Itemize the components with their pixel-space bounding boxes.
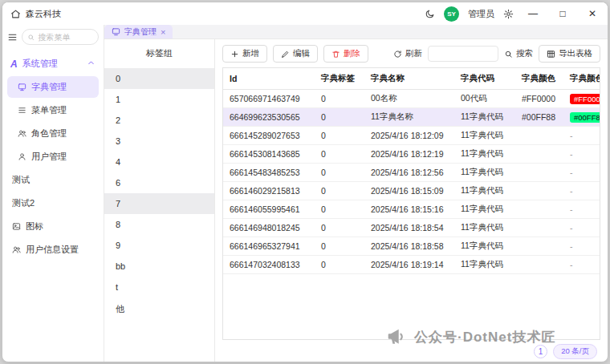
table-row[interactable]: 66614548348525302025/4/16 18:12:5611字典代码… bbox=[223, 164, 600, 182]
page-number[interactable]: 1 bbox=[534, 345, 547, 358]
app-logo-icon bbox=[10, 9, 21, 19]
tag-item[interactable]: bb bbox=[104, 256, 214, 277]
export-table-icon bbox=[547, 50, 555, 59]
table-cell: 00名称 bbox=[364, 90, 454, 108]
table-cell: 11字典代码 bbox=[454, 145, 515, 164]
tag-item[interactable]: 3 bbox=[104, 131, 214, 152]
table-cell: 664699623530565 bbox=[223, 108, 315, 127]
table-row[interactable]: 66614703240813302025/4/16 18:19:1411字典代码… bbox=[223, 256, 600, 274]
user-name: 管理员 bbox=[468, 8, 494, 20]
plus-icon bbox=[230, 50, 239, 59]
table-cell: 11字典代码 bbox=[454, 108, 515, 127]
table-cell: 0 bbox=[315, 237, 364, 256]
sidebar-item-dictionary[interactable]: 字典管理 bbox=[7, 76, 99, 98]
title-bar: 森云科技 SY 管理员 — □ ✕ bbox=[2, 2, 608, 25]
table-cell bbox=[515, 219, 563, 237]
sidebar-item-label: 菜单管理 bbox=[31, 104, 67, 116]
sidebar-search[interactable] bbox=[22, 29, 99, 45]
column-header-name[interactable]: 字典名称 bbox=[364, 68, 454, 90]
table-cell: 666147032408133 bbox=[223, 256, 315, 274]
sidebar-item-icons[interactable]: 图标 bbox=[7, 216, 99, 237]
table-cell: 11字典代码 bbox=[454, 237, 515, 256]
table-cell bbox=[515, 200, 563, 219]
color-badge-cell: - bbox=[563, 145, 600, 164]
edit-button[interactable]: 编辑 bbox=[273, 45, 318, 63]
chevron-up-icon[interactable] bbox=[87, 59, 96, 69]
tab-close-icon[interactable]: × bbox=[161, 27, 165, 37]
column-header-color[interactable]: 字典颜色 bbox=[515, 68, 563, 90]
dictionary-table: Id 字典标签 字典名称 字典代码 字典颜色 字典颜色 657066971463… bbox=[222, 67, 600, 340]
refresh-button[interactable]: 刷新 bbox=[393, 48, 422, 59]
tab-strip: 字典管理 × bbox=[104, 25, 608, 39]
sidebar-group-system[interactable]: A 系统管理 bbox=[7, 53, 99, 75]
column-header-code[interactable]: 字典代码 bbox=[454, 68, 515, 90]
sidebar-item-menu[interactable]: 菜单管理 bbox=[7, 99, 99, 121]
close-button[interactable]: ✕ bbox=[582, 5, 603, 22]
table-header-row: Id 字典标签 字典名称 字典代码 字典颜色 字典颜色 bbox=[223, 68, 600, 90]
tag-item[interactable]: 4 bbox=[104, 152, 214, 172]
table-cell: 11字典代码 bbox=[454, 219, 515, 237]
tag-item[interactable]: 他 bbox=[104, 297, 214, 321]
table-cell bbox=[515, 164, 563, 182]
tag-item[interactable]: 6 bbox=[104, 172, 214, 193]
table-search-input[interactable] bbox=[428, 46, 498, 62]
color-badge: #00FF88 bbox=[570, 112, 600, 123]
column-header-color-badge[interactable]: 字典颜色 bbox=[563, 68, 600, 90]
maximize-button[interactable]: □ bbox=[552, 5, 573, 22]
table-cell: 0 bbox=[315, 200, 364, 219]
sidebar-item-test2[interactable]: 测试2 bbox=[7, 192, 99, 214]
toolbar: 新增 编辑 删除 刷新 bbox=[222, 44, 600, 63]
tag-item[interactable]: t bbox=[104, 277, 214, 297]
table-cell: 11字典名称 bbox=[364, 108, 454, 127]
tag-item[interactable]: 2 bbox=[104, 110, 214, 131]
table-cell: 657066971463749 bbox=[223, 90, 315, 108]
color-badge-cell: - bbox=[563, 164, 600, 182]
search-button[interactable]: 搜索 bbox=[504, 48, 533, 59]
tag-item[interactable]: 1 bbox=[104, 89, 214, 110]
table-row[interactable]: 66614602921581302025/4/16 18:15:0911字典代码… bbox=[223, 182, 600, 200]
sidebar-item-label: 用户信息设置 bbox=[26, 244, 79, 256]
users-settings-icon bbox=[12, 245, 21, 254]
sidebar-item-label: 字典管理 bbox=[31, 81, 67, 93]
table-row[interactable]: 66614694801824502025/4/16 18:18:5411字典代码… bbox=[223, 219, 600, 237]
tag-item[interactable]: 9 bbox=[104, 235, 214, 256]
column-header-tag[interactable]: 字典标签 bbox=[315, 68, 364, 90]
column-header-id[interactable]: Id bbox=[223, 68, 315, 90]
export-button[interactable]: 导出表格 bbox=[539, 45, 600, 63]
tag-item[interactable]: 0 bbox=[104, 68, 214, 89]
color-badge: #FF0000 bbox=[570, 94, 600, 104]
tag-item[interactable]: 7 bbox=[104, 193, 214, 214]
table-cell: 0 bbox=[315, 127, 364, 145]
sidebar-search-input[interactable] bbox=[38, 33, 93, 42]
table-row[interactable]: 664699623530565011字典名称11字典代码#00FF88#00FF… bbox=[223, 108, 600, 127]
table-row[interactable]: 66614605599546102025/4/16 18:15:1611字典代码… bbox=[223, 200, 600, 219]
table-cell bbox=[515, 256, 563, 274]
delete-button[interactable]: 删除 bbox=[323, 45, 368, 63]
letter-a-icon: A bbox=[10, 59, 18, 70]
sidebar-item-users[interactable]: 用户管理 bbox=[7, 146, 99, 168]
sidebar-item-test[interactable]: 测试 bbox=[7, 169, 99, 191]
tab-dictionary[interactable]: 字典管理 × bbox=[104, 25, 173, 38]
theme-toggle-icon[interactable] bbox=[425, 9, 435, 19]
minimize-button[interactable]: — bbox=[523, 5, 543, 22]
table-row[interactable]: 66614530814368502025/4/16 18:12:1911字典代码… bbox=[223, 145, 600, 164]
table-cell: 0 bbox=[315, 182, 364, 200]
gear-icon[interactable] bbox=[503, 9, 514, 19]
sidebar-item-user-info[interactable]: 用户信息设置 bbox=[7, 239, 99, 261]
table-cell: #00FF88 bbox=[515, 108, 563, 127]
page-size-select[interactable]: 20 条/页 bbox=[553, 344, 597, 359]
hamburger-icon[interactable] bbox=[7, 32, 18, 42]
table-cell: 666146029215813 bbox=[223, 182, 315, 200]
add-button[interactable]: 新增 bbox=[222, 45, 267, 63]
tab-label: 字典管理 bbox=[124, 26, 157, 38]
table-row[interactable]: 657066971463749000名称00代码#FF0000#FF0000 bbox=[223, 90, 600, 108]
table-cell bbox=[515, 145, 563, 164]
pagination: 1 20 条/页 bbox=[222, 340, 600, 360]
sidebar-item-label: 测试 bbox=[12, 174, 30, 186]
table-row[interactable]: 66614696532794102025/4/16 18:18:5811字典代码… bbox=[223, 237, 600, 256]
tag-item[interactable]: 8 bbox=[104, 214, 214, 235]
sidebar-item-roles[interactable]: 角色管理 bbox=[7, 123, 99, 144]
color-badge-cell: - bbox=[563, 219, 600, 237]
avatar[interactable]: SY bbox=[444, 6, 459, 22]
table-row[interactable]: 66614528902765302025/4/16 18:12:0911字典代码… bbox=[223, 127, 600, 145]
